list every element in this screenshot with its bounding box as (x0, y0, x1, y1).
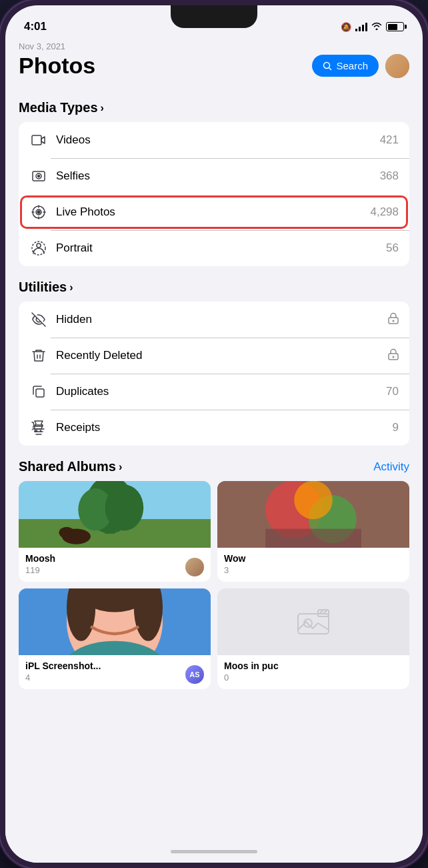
albums-grid: Moosh 119 (19, 481, 409, 689)
duplicates-count: 70 (386, 385, 399, 398)
album-count-ipl: 4 (25, 673, 204, 683)
media-types-chevron[interactable]: › (101, 102, 104, 114)
search-button[interactable]: Search (312, 55, 379, 77)
shared-albums-title: Shared Albums (19, 459, 116, 474)
utilities-chevron[interactable]: › (69, 282, 73, 294)
hidden-lock-icon (388, 312, 399, 328)
album-info-wow: Wow 3 (217, 548, 409, 582)
list-item-live-photos[interactable]: Live Photos 4,298 (19, 194, 409, 230)
svg-point-8 (37, 244, 41, 248)
portrait-count: 56 (386, 242, 399, 255)
album-name-ipl: iPL Screenshot... (25, 661, 204, 671)
album-card-moos[interactable]: Moos in puc 0 (217, 588, 409, 689)
shared-albums-section: Shared Albums › Activity (5, 459, 423, 689)
list-item-hidden[interactable]: Hidden (19, 302, 409, 338)
main-content: Nov 3, 2021 Photos Search (5, 39, 423, 840)
bell-slash-icon: 🔕 (341, 22, 351, 32)
shared-albums-chevron[interactable]: › (119, 461, 122, 473)
album-thumbnail-wow (217, 481, 409, 548)
videos-count: 421 (380, 133, 399, 147)
album-card-moosh[interactable]: Moosh 119 (19, 481, 211, 582)
receipts-icon (29, 418, 48, 437)
phone-frame: 4:01 🔕 (0, 0, 428, 868)
shared-albums-header: Shared Albums › Activity (19, 459, 409, 474)
svg-rect-14 (36, 389, 44, 397)
duplicates-label: Duplicates (56, 385, 378, 398)
list-item-videos[interactable]: Videos 421 (19, 122, 409, 158)
album-avatar-moosh (185, 558, 204, 576)
svg-rect-1 (32, 135, 41, 145)
search-icon (323, 61, 332, 71)
notch (171, 5, 257, 28)
album-info-moosh: Moosh 119 (19, 548, 211, 582)
svg-point-4 (38, 175, 40, 177)
header-actions: Search (312, 54, 409, 78)
svg-point-6 (37, 211, 40, 213)
list-item-selfies[interactable]: Selfies 368 (19, 158, 409, 194)
media-types-title: Media Types (19, 100, 98, 115)
list-item-portrait[interactable]: Portrait 56 (19, 230, 409, 266)
live-photos-container: Live Photos 4,298 (19, 194, 409, 230)
duplicates-icon (29, 382, 48, 401)
wifi-icon (371, 21, 382, 32)
album-thumbnail-ipl (19, 588, 211, 655)
shared-albums-title-group: Shared Albums › (19, 459, 122, 474)
svg-point-23 (105, 484, 144, 530)
album-count-moos: 0 (224, 673, 403, 683)
status-time: 4:01 (24, 20, 47, 33)
utilities-title: Utilities (19, 280, 67, 295)
album-card-wow[interactable]: Wow 3 (217, 481, 409, 582)
media-types-header: Media Types › (19, 100, 409, 115)
list-item-duplicates[interactable]: Duplicates 70 (19, 374, 409, 410)
album-thumbnail-moos (217, 588, 409, 655)
screen: 4:01 🔕 (5, 5, 423, 863)
svg-point-30 (294, 481, 333, 519)
status-bar: 4:01 🔕 (5, 5, 423, 39)
list-item-receipts[interactable]: Receipts 9 (19, 410, 409, 446)
header-section: Nov 3, 2021 Photos Search (5, 39, 423, 87)
receipts-label: Receipts (56, 421, 385, 434)
svg-point-16 (36, 430, 38, 432)
page-title: Photos (19, 53, 95, 79)
album-info-moos: Moos in puc 0 (217, 655, 409, 689)
svg-point-25 (59, 527, 74, 538)
album-card-ipl[interactable]: iPL Screenshot... 4 AS (19, 588, 211, 689)
svg-point-11 (393, 320, 395, 322)
svg-point-17 (40, 430, 42, 432)
status-icons: 🔕 (341, 21, 404, 32)
selfie-icon (29, 167, 48, 185)
live-photo-icon (29, 203, 48, 222)
media-types-list: Videos 421 Selfies 368 (19, 122, 409, 266)
portrait-icon (29, 239, 48, 258)
media-types-section: Media Types › Videos 421 (5, 100, 423, 266)
home-bar (5, 840, 423, 863)
date-label: Nov 3, 2021 (19, 41, 409, 51)
album-count-moosh: 119 (25, 565, 204, 575)
header-row: Photos Search (19, 53, 409, 79)
battery-icon (386, 22, 404, 31)
album-placeholder (217, 588, 409, 655)
album-name-moos: Moos in puc (224, 661, 403, 671)
hidden-icon (29, 310, 48, 329)
activity-link[interactable]: Activity (373, 460, 409, 474)
album-name-moosh: Moosh (25, 553, 204, 564)
album-thumbnail-moosh (19, 481, 211, 548)
album-info-ipl: iPL Screenshot... 4 AS (19, 655, 211, 689)
utilities-header: Utilities › (19, 280, 409, 295)
avatar[interactable] (385, 54, 409, 78)
live-photos-count: 4,298 (370, 205, 399, 219)
home-indicator (171, 850, 257, 853)
svg-point-13 (393, 356, 395, 358)
hidden-label: Hidden (56, 313, 380, 326)
video-icon (29, 131, 48, 149)
deleted-icon (29, 346, 48, 365)
recently-deleted-label: Recently Deleted (56, 349, 380, 362)
selfies-label: Selfies (56, 169, 372, 183)
videos-label: Videos (56, 133, 372, 147)
selfies-count: 368 (380, 169, 399, 183)
album-name-wow: Wow (224, 553, 403, 564)
list-item-recently-deleted[interactable]: Recently Deleted (19, 338, 409, 374)
receipts-count: 9 (393, 421, 399, 434)
portrait-label: Portrait (56, 242, 378, 255)
recently-deleted-lock-icon (388, 348, 399, 364)
